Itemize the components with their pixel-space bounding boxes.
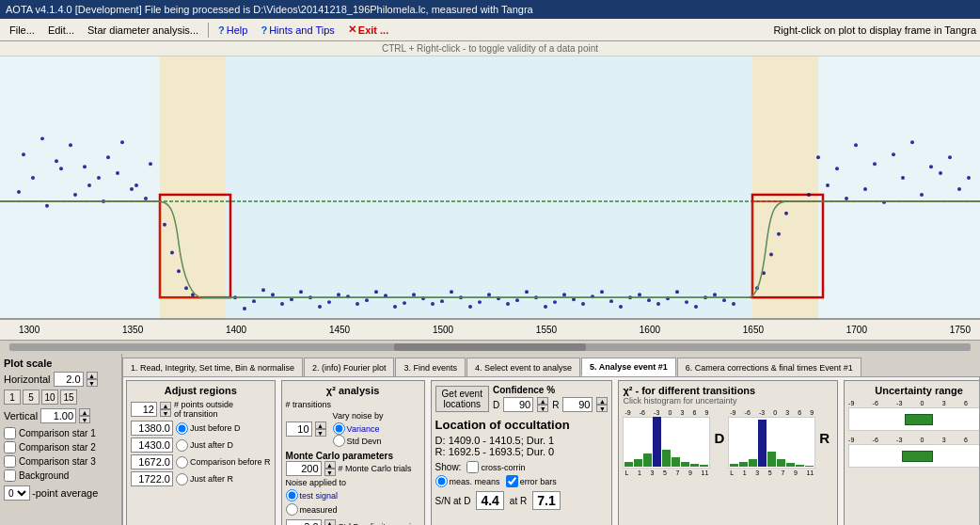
horizontal-value[interactable]: [54, 372, 84, 387]
tab-1[interactable]: 1. Read, Integrity, Set time, Bin & norm…: [122, 358, 303, 376]
r-conf-down[interactable]: ▼: [596, 405, 608, 412]
r-bar-0[interactable]: [730, 464, 738, 467]
points-up[interactable]: ▲: [160, 402, 171, 409]
d-bar-5[interactable]: [672, 457, 680, 467]
scale-btn-1[interactable]: 1: [4, 390, 21, 405]
sdl-up[interactable]: ▲: [324, 519, 336, 525]
r-bar-8[interactable]: [805, 466, 814, 467]
svg-point-73: [816, 155, 820, 159]
trans-up[interactable]: ▲: [315, 422, 326, 429]
r-after-input[interactable]: [131, 471, 173, 486]
d-conf-down[interactable]: ▼: [537, 405, 548, 412]
get-event-btn[interactable]: Get eventlocations: [435, 386, 489, 412]
scrollbar-thumb[interactable]: [394, 343, 586, 351]
background-check[interactable]: [4, 469, 16, 482]
stddevn-radio[interactable]: [333, 435, 345, 447]
at-r-label: at R: [510, 496, 527, 506]
comp-star-1-check[interactable]: [4, 427, 16, 439]
scale-btn-5[interactable]: 5: [23, 390, 40, 405]
comp-star-2-check[interactable]: [4, 441, 16, 453]
d-uncertainty-bar-container: [848, 407, 980, 431]
d-after-radio[interactable]: [176, 439, 188, 452]
r-bar-7[interactable]: [796, 465, 804, 467]
scale-btn-15[interactable]: 15: [60, 390, 77, 405]
mc-trials-input[interactable]: [286, 461, 322, 476]
r-uncertainty-bar-container: [848, 444, 980, 468]
chart-svg[interactable]: [0, 56, 980, 318]
svg-point-62: [777, 232, 781, 236]
r-conf-input[interactable]: [562, 397, 593, 412]
test-signal-radio[interactable]: [286, 489, 298, 501]
transitions-input[interactable]: [286, 422, 312, 437]
exit-menu[interactable]: ✕ Exit ...: [342, 23, 394, 37]
d-histogram-bars[interactable]: [623, 417, 710, 469]
d-bar-8[interactable]: [700, 465, 708, 467]
file-menu[interactable]: File...: [4, 24, 40, 37]
d-before-radio[interactable]: [176, 422, 188, 435]
svg-point-65: [826, 183, 830, 187]
r-before-input[interactable]: [131, 454, 173, 469]
tab-6[interactable]: 6. Camera corrections & final times Even…: [677, 358, 861, 376]
stddev-limit-input[interactable]: [286, 519, 322, 525]
d-bar-7[interactable]: [690, 464, 699, 467]
star-diameter-menu[interactable]: Star diameter analysis...: [82, 24, 204, 37]
measured-radio[interactable]: [286, 503, 298, 516]
tab-2[interactable]: 2. (info) Fourier plot: [304, 358, 395, 376]
error-bars-check[interactable]: [506, 475, 518, 487]
mc-up[interactable]: ▲: [324, 461, 336, 469]
points-down[interactable]: ▼: [160, 409, 171, 417]
mc-down[interactable]: ▼: [324, 469, 336, 476]
scrollbar-track[interactable]: [9, 343, 971, 351]
svg-point-21: [83, 165, 87, 168]
r-label: R: [815, 409, 833, 466]
r-bar-3[interactable]: [758, 420, 767, 467]
vertical-value[interactable]: [40, 408, 76, 423]
svg-rect-1: [160, 56, 226, 318]
vertical-up[interactable]: ▲: [79, 408, 90, 416]
tab-4[interactable]: 4. Select event to analyse: [466, 358, 580, 376]
d-bar-2[interactable]: [643, 453, 652, 467]
comp-star-3-check[interactable]: [4, 455, 16, 468]
d-before-input[interactable]: [131, 421, 173, 436]
r-histogram-bars[interactable]: [728, 417, 815, 469]
r-after-radio[interactable]: [176, 473, 188, 485]
svg-point-76: [873, 162, 877, 166]
d-conf-up[interactable]: ▲: [537, 397, 548, 405]
d-bar-0[interactable]: [624, 462, 633, 467]
d-conf-input[interactable]: [503, 397, 533, 412]
r-bar-1[interactable]: [739, 462, 748, 467]
point-average-select[interactable]: 0123: [4, 485, 30, 501]
points-outside-input[interactable]: [131, 402, 157, 417]
r-conf-up[interactable]: ▲: [596, 397, 608, 405]
horizontal-down[interactable]: ▼: [87, 379, 98, 387]
tab-bar: 1. Read, Integrity, Set time, Bin & norm…: [122, 354, 980, 376]
vertical-down[interactable]: ▼: [79, 416, 90, 423]
r-before-radio[interactable]: [176, 456, 188, 469]
help-menu[interactable]: ? Help: [213, 24, 253, 37]
chart-area: [0, 56, 980, 320]
d-bar-1[interactable]: [634, 459, 642, 467]
r-bar-2[interactable]: [749, 459, 757, 467]
r-bar-6[interactable]: [786, 463, 795, 467]
d-after-input[interactable]: [131, 438, 173, 453]
r-bar-4[interactable]: [767, 452, 776, 467]
tab-5[interactable]: 5. Analyse event #1: [581, 358, 676, 376]
d-bar-6[interactable]: [681, 462, 689, 467]
meas-means-radio[interactable]: [435, 475, 448, 487]
trans-down[interactable]: ▼: [315, 429, 326, 437]
scale-btn-10[interactable]: 10: [41, 390, 58, 405]
d-conf-label: D: [493, 400, 499, 410]
horizontal-up[interactable]: ▲: [87, 372, 98, 379]
d-bar-4[interactable]: [662, 450, 671, 467]
svg-point-80: [948, 155, 952, 159]
x-label-0: 1300: [19, 325, 40, 335]
d-hist-bot-l: L: [624, 469, 628, 476]
hints-tips-menu[interactable]: ? Hints and Tips: [255, 24, 340, 37]
chi2-hist-subtitle: Click histogram for uncertainty: [623, 396, 833, 406]
tab-3[interactable]: 3. Find events: [395, 358, 466, 376]
variance-radio[interactable]: [333, 422, 345, 435]
r-bar-5[interactable]: [777, 459, 785, 467]
edit-menu[interactable]: Edit...: [42, 24, 80, 37]
d-bar-3[interactable]: [653, 417, 661, 467]
cross-corrin-check[interactable]: [466, 461, 479, 473]
